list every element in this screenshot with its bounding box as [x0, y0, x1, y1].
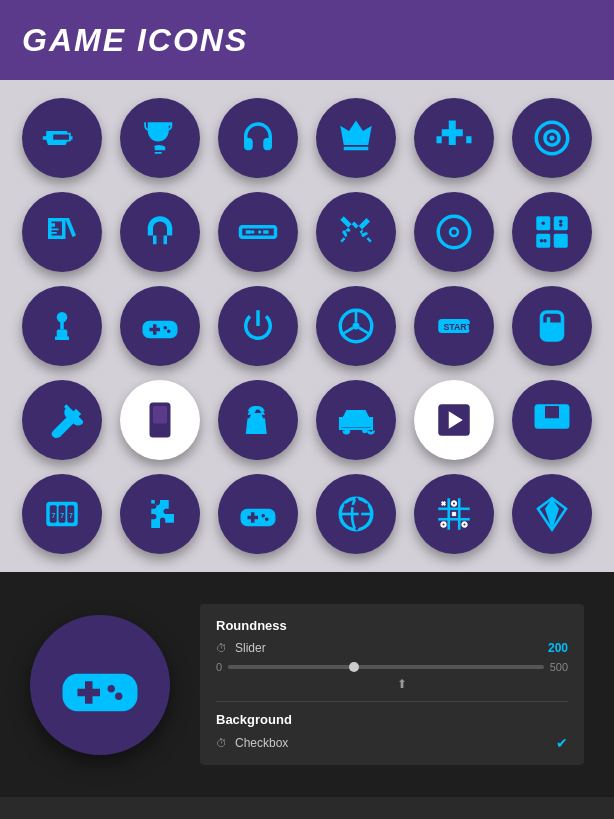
svg-line-22	[359, 328, 369, 334]
icon-beach-ball[interactable]	[316, 474, 396, 554]
svg-line-21	[343, 328, 353, 334]
checkbox-row: ⏱ Checkbox ✔	[216, 735, 568, 751]
roundness-label: Roundness	[216, 618, 568, 633]
icon-crown[interactable]	[316, 98, 396, 178]
background-label: Background	[216, 712, 568, 727]
controls-panel: Roundness ⏱ Slider 200 0 500 ⬆ Backgroun…	[200, 604, 584, 765]
icon-car[interactable]	[316, 380, 396, 460]
icon-disc[interactable]	[414, 192, 494, 272]
svg-point-25	[465, 321, 469, 325]
slider-min: 0	[216, 661, 222, 673]
svg-rect-15	[55, 337, 69, 341]
icon-horseshoe[interactable]	[120, 192, 200, 272]
icon-joystick[interactable]	[22, 286, 102, 366]
svg-rect-8	[554, 234, 568, 248]
icon-dpad[interactable]	[414, 98, 494, 178]
slider-track-row: 0 500	[216, 661, 568, 673]
slider-label: Slider	[235, 641, 530, 655]
icon-guitar[interactable]	[22, 380, 102, 460]
icon-crossed-swords[interactable]	[316, 192, 396, 272]
svg-point-19	[353, 323, 360, 330]
icon-vr-headset[interactable]	[218, 192, 298, 272]
icon-target[interactable]	[512, 98, 592, 178]
svg-text:START: START	[444, 322, 473, 332]
cursor-area: ⬆	[236, 677, 568, 691]
icon-chess-knight[interactable]	[218, 380, 298, 460]
icon-play-button[interactable]	[414, 380, 494, 460]
icon-steering-wheel[interactable]	[316, 286, 396, 366]
icon-dice[interactable]	[512, 192, 592, 272]
icon-start-ticket[interactable]: START	[414, 286, 494, 366]
svg-point-53	[462, 522, 466, 526]
icon-headphones[interactable]	[218, 98, 298, 178]
svg-text:7: 7	[69, 512, 73, 519]
slider-fill	[228, 665, 354, 669]
svg-text:7: 7	[52, 512, 56, 519]
icon-gamepad2[interactable]	[218, 474, 298, 554]
svg-point-50	[452, 501, 456, 505]
svg-point-11	[559, 223, 563, 227]
page-title: GAME ICONS	[22, 22, 248, 59]
svg-rect-29	[340, 418, 372, 427]
svg-point-9	[542, 222, 546, 226]
icon-mouse[interactable]	[512, 286, 592, 366]
svg-point-13	[543, 239, 547, 243]
svg-point-31	[362, 428, 367, 433]
icon-cards[interactable]	[22, 192, 102, 272]
svg-point-4	[451, 229, 456, 234]
svg-point-12	[540, 239, 544, 243]
svg-point-30	[345, 428, 350, 433]
divider	[216, 701, 568, 702]
icon-tic-tac-toe[interactable]	[414, 474, 494, 554]
bottom-panel: Roundness ⏱ Slider 200 0 500 ⬆ Backgroun…	[0, 572, 614, 797]
svg-point-54	[441, 522, 445, 526]
svg-rect-35	[545, 406, 559, 418]
header: GAME ICONS	[0, 0, 614, 80]
icon-trophy[interactable]	[120, 98, 200, 178]
icon-power[interactable]	[218, 286, 298, 366]
icon-gun[interactable]	[22, 98, 102, 178]
slider-track[interactable]	[228, 665, 544, 669]
preview-circle	[30, 615, 170, 755]
slider-row: ⏱ Slider 200	[216, 641, 568, 655]
icon-puzzle[interactable]	[120, 474, 200, 554]
svg-rect-0	[45, 136, 47, 138]
slider-thumb[interactable]	[349, 662, 359, 672]
checkbox-check[interactable]: ✔	[556, 735, 568, 751]
svg-point-10	[559, 220, 563, 224]
svg-rect-27	[153, 406, 167, 424]
icon-slot-machine[interactable]: 777	[22, 474, 102, 554]
icon-diamond[interactable]	[512, 474, 592, 554]
slider-max: 500	[550, 661, 568, 673]
svg-rect-1	[344, 147, 369, 151]
svg-text:7: 7	[60, 512, 64, 519]
icon-mp3-player[interactable]	[120, 380, 200, 460]
slider-icon: ⏱	[216, 642, 227, 654]
icon-monitor[interactable]	[512, 380, 592, 460]
icons-grid: START 777	[0, 80, 614, 572]
checkbox-icon: ⏱	[216, 737, 227, 749]
slider-value: 200	[538, 641, 568, 655]
icon-gamepad-row3[interactable]	[120, 286, 200, 366]
svg-point-28	[157, 427, 164, 434]
checkbox-label: Checkbox	[235, 736, 548, 750]
svg-point-17	[57, 312, 68, 323]
